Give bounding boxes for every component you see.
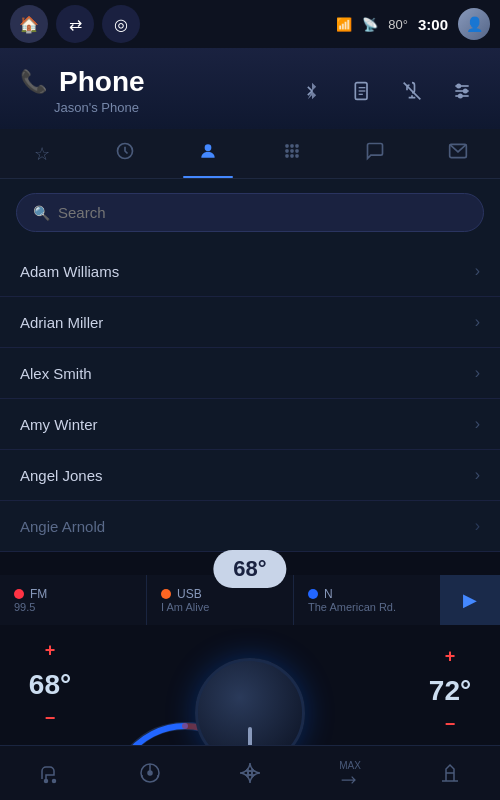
media-nav[interactable]: N The American Rd. [294, 575, 440, 625]
knob-indicator [248, 727, 252, 747]
svg-point-24 [45, 780, 48, 783]
avatar[interactable]: 👤 [458, 8, 490, 40]
connections-icon: ⇄ [69, 15, 82, 34]
chevron-right-icon: › [475, 364, 480, 382]
home-icon: 🏠 [19, 15, 39, 34]
usb-title: USB [177, 587, 202, 601]
left-temp-increase[interactable]: + [36, 637, 64, 665]
chevron-right-icon: › [475, 517, 480, 535]
search-input[interactable] [58, 204, 467, 221]
media-fm[interactable]: FM 99.5 [0, 575, 147, 625]
svg-point-8 [457, 84, 460, 87]
chevron-right-icon: › [475, 313, 480, 331]
svg-rect-21 [295, 154, 298, 157]
svg-rect-19 [285, 154, 288, 157]
usb-dot [161, 589, 171, 599]
svg-point-27 [148, 771, 152, 775]
tabs-bar: ☆ [0, 129, 500, 179]
contact-item-adam-williams[interactable]: Adam Williams › [0, 246, 500, 297]
temperature-display: 80° [388, 17, 408, 32]
nav-dot [308, 589, 318, 599]
home-button[interactable]: 🏠 [10, 5, 48, 43]
search-icon: 🔍 [33, 205, 50, 221]
dialpad-icon [282, 141, 302, 166]
clock: 3:00 [418, 16, 448, 33]
max-arrow-icon [340, 773, 360, 787]
left-temp-decrease[interactable]: − [36, 705, 64, 733]
contact-item-angel-jones[interactable]: Angel Jones › [0, 450, 500, 501]
tab-messages[interactable] [333, 129, 416, 178]
left-temp-value: 68° [29, 669, 71, 701]
phone-actions [294, 73, 480, 109]
contact-name: Adam Williams [20, 263, 119, 280]
climate-temp-badge: 68° [213, 550, 286, 588]
contact-name: Angel Jones [20, 467, 103, 484]
tab-favorites[interactable]: ☆ [0, 129, 83, 178]
phonebook-action-icon[interactable] [344, 73, 380, 109]
mail-icon [448, 141, 468, 166]
contact-name: Alex Smith [20, 365, 92, 382]
favorites-icon: ☆ [34, 143, 50, 165]
contacts-list: Adam Williams › Adrian Miller › Alex Smi… [0, 246, 500, 552]
fm-title: FM [30, 587, 47, 601]
expand-icon: ▶ [463, 589, 477, 611]
svg-rect-16 [285, 149, 288, 152]
phone-subtitle: Jason's Phone [54, 100, 145, 115]
right-temp-value: 72° [429, 675, 471, 707]
tab-contacts[interactable] [167, 129, 250, 178]
assistant-button[interactable]: ◎ [102, 5, 140, 43]
seat-icon [38, 761, 62, 785]
usb-label-top: USB [161, 587, 202, 601]
right-temp-increase[interactable]: + [436, 643, 464, 671]
right-temp-decrease[interactable]: − [436, 711, 464, 739]
bluetooth-action-icon[interactable] [294, 73, 330, 109]
contact-item-angie-arnold[interactable]: Angie Arnold › [0, 501, 500, 552]
status-right: 📶 📡 80° 3:00 👤 [336, 8, 490, 40]
avatar-icon: 👤 [466, 16, 483, 32]
contact-item-amy-winter[interactable]: Amy Winter › [0, 399, 500, 450]
chevron-right-icon: › [475, 262, 480, 280]
fm-station: 99.5 [14, 601, 35, 613]
recent-icon [115, 141, 135, 166]
nav-fan-button[interactable] [228, 751, 272, 795]
nav-expand[interactable]: ▶ [440, 575, 500, 625]
nav-recline-button[interactable] [428, 751, 472, 795]
svg-rect-18 [295, 149, 298, 152]
connections-button[interactable]: ⇄ [56, 5, 94, 43]
phone-title-area: 📞 Phone Jason's Phone [20, 66, 145, 115]
fm-label-top: FM [14, 587, 47, 601]
phone-icon: 📞 [20, 69, 47, 95]
tab-mail[interactable] [417, 129, 500, 178]
max-label: MAX [339, 760, 361, 771]
svg-rect-15 [295, 144, 298, 147]
phone-label: 📞 Phone [20, 66, 145, 98]
svg-rect-17 [290, 149, 293, 152]
tab-dialpad[interactable] [250, 129, 333, 178]
contact-item-adrian-miller[interactable]: Adrian Miller › [0, 297, 500, 348]
contact-name: Angie Arnold [20, 518, 105, 535]
nav-steering-button[interactable] [128, 751, 172, 795]
recline-icon [438, 761, 462, 785]
signal-bars: 📡 [362, 17, 378, 32]
search-box[interactable]: 🔍 [16, 193, 484, 232]
equalizer-action-icon[interactable] [444, 73, 480, 109]
chevron-right-icon: › [475, 415, 480, 433]
mute-action-icon[interactable] [394, 73, 430, 109]
bottom-nav: MAX [0, 745, 500, 800]
nav-road: The American Rd. [308, 601, 396, 613]
wifi-icon: 📶 [336, 17, 352, 32]
svg-point-10 [459, 94, 462, 97]
contact-item-alex-smith[interactable]: Alex Smith › [0, 348, 500, 399]
phone-title: Phone [59, 66, 145, 98]
tab-recent[interactable] [83, 129, 166, 178]
svg-rect-13 [285, 144, 288, 147]
nav-seat-button[interactable] [28, 751, 72, 795]
svg-rect-20 [290, 154, 293, 157]
steering-icon [138, 761, 162, 785]
nav-max-right-button[interactable]: MAX [328, 751, 372, 795]
contact-name: Amy Winter [20, 416, 98, 433]
svg-rect-14 [290, 144, 293, 147]
svg-point-25 [53, 780, 56, 783]
fm-dot [14, 589, 24, 599]
status-bar: 🏠 ⇄ ◎ 📶 📡 80° 3:00 👤 [0, 0, 500, 48]
